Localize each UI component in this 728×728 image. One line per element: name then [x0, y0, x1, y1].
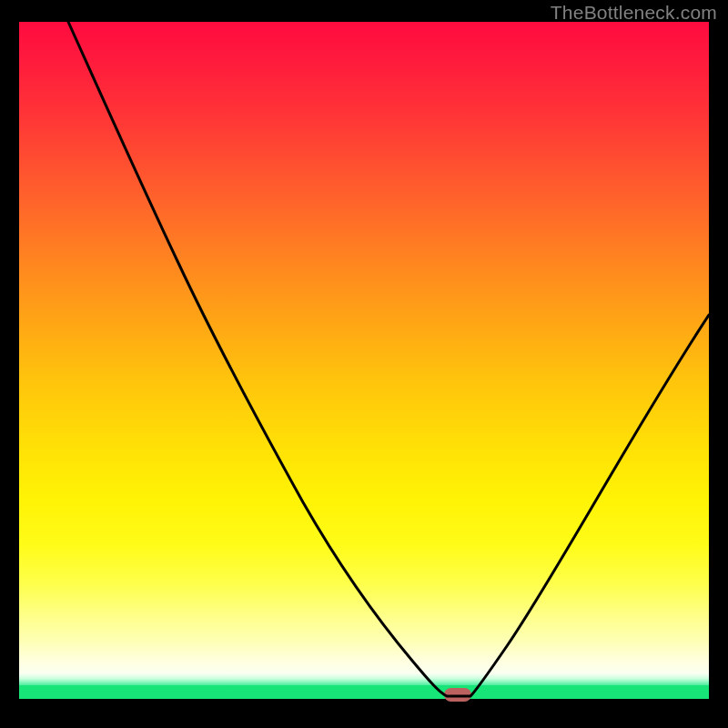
- green-baseline-strip: [19, 685, 709, 699]
- x-axis-bar: [19, 699, 709, 710]
- optimal-point-marker: [444, 688, 471, 702]
- heat-gradient-background: [19, 22, 709, 674]
- chart-frame: [19, 22, 709, 710]
- pale-transition-band: [19, 674, 709, 685]
- watermark-text: TheBottleneck.com: [551, 2, 717, 24]
- plot-area: [19, 22, 709, 710]
